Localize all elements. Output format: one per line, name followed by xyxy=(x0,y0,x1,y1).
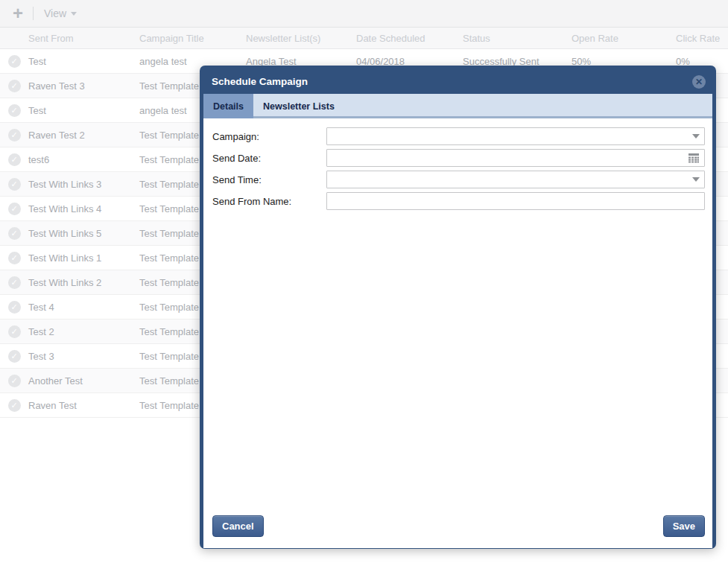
close-icon: ✕ xyxy=(695,77,703,86)
row-status-cell: ✓ xyxy=(0,129,27,142)
cell-sent-from: Test With Links 2 xyxy=(27,277,138,288)
column-header-open-rate[interactable]: Open Rate xyxy=(570,33,674,44)
cell-sent-from: Raven Test 3 xyxy=(27,80,138,92)
row-status-cell: ✓ xyxy=(0,375,27,387)
dialog-body: Campaign: Send Date: xyxy=(203,118,712,548)
check-circle-icon: ✓ xyxy=(8,375,21,387)
column-header-click-rate[interactable]: Click Rate xyxy=(674,33,728,44)
row-status-cell: ✓ xyxy=(0,301,27,314)
send-date-field[interactable] xyxy=(326,149,705,167)
tab-details-label: Details xyxy=(213,101,244,112)
toolbar: + View xyxy=(0,0,728,28)
cell-sent-from: Test With Links 1 xyxy=(27,252,138,264)
tab-newsletter-lists[interactable]: Newsletter Lists xyxy=(253,94,344,118)
cell-sent-from: Another Test xyxy=(27,375,138,387)
row-status-cell: ✓ xyxy=(0,227,27,240)
row-status-cell: ✓ xyxy=(0,178,27,191)
check-circle-icon: ✓ xyxy=(8,153,21,166)
send-date-input[interactable] xyxy=(332,150,683,166)
row-status-cell: ✓ xyxy=(0,276,27,289)
cell-sent-from: Test 2 xyxy=(27,326,138,337)
close-button[interactable]: ✕ xyxy=(692,75,706,89)
chevron-down-icon[interactable] xyxy=(692,134,700,139)
dialog-title: Schedule Campaign xyxy=(212,76,308,87)
check-circle-icon: ✓ xyxy=(8,350,21,363)
check-circle-icon: ✓ xyxy=(8,203,21,215)
chevron-down-icon[interactable] xyxy=(692,177,700,182)
tab-newsletter-lists-label: Newsletter Lists xyxy=(263,101,335,112)
check-circle-icon: ✓ xyxy=(8,227,21,240)
check-circle-icon: ✓ xyxy=(8,129,21,142)
send-from-name-label: Send From Name: xyxy=(212,196,326,207)
send-time-field-row: Send Time: xyxy=(212,171,705,188)
row-status-cell: ✓ xyxy=(0,350,27,363)
check-circle-icon: ✓ xyxy=(8,252,21,264)
column-header-date-scheduled[interactable]: Date Scheduled xyxy=(355,33,461,44)
row-status-cell: ✓ xyxy=(0,325,27,338)
check-circle-icon: ✓ xyxy=(8,104,21,117)
view-dropdown-label: View xyxy=(44,7,66,19)
campaign-field-row: Campaign: xyxy=(212,127,705,145)
send-date-field-row: Send Date: xyxy=(212,149,705,167)
send-time-label: Send Time: xyxy=(212,174,326,185)
cell-sent-from: Test With Links 5 xyxy=(27,228,138,239)
chevron-down-icon xyxy=(71,12,77,16)
send-time-select-input[interactable] xyxy=(332,171,688,188)
cell-sent-from: Test xyxy=(27,56,138,67)
add-icon[interactable]: + xyxy=(9,6,27,21)
campaign-label: Campaign: xyxy=(212,131,326,142)
row-status-cell: ✓ xyxy=(0,399,27,412)
campaign-select-input[interactable] xyxy=(332,128,688,144)
check-circle-icon: ✓ xyxy=(8,80,21,92)
save-button[interactable]: Save xyxy=(663,515,705,537)
view-dropdown[interactable]: View xyxy=(44,7,77,19)
send-from-name-input[interactable] xyxy=(332,193,700,209)
cell-sent-from: Test With Links 3 xyxy=(27,179,138,190)
cell-sent-from: Test 3 xyxy=(27,351,138,362)
dialog-titlebar: Schedule Campaign ✕ xyxy=(203,69,712,94)
row-status-cell: ✓ xyxy=(0,80,27,92)
row-status-cell: ✓ xyxy=(0,252,27,264)
send-date-label: Send Date: xyxy=(212,153,326,164)
cell-sent-from: Test xyxy=(27,105,138,116)
row-status-cell: ✓ xyxy=(0,104,27,117)
send-from-name-field[interactable] xyxy=(326,192,705,210)
dialog-footer: Cancel Save xyxy=(212,515,705,537)
toolbar-divider xyxy=(33,7,34,20)
column-header-newsletter-lists[interactable]: Newsletter List(s) xyxy=(244,33,355,44)
check-circle-icon: ✓ xyxy=(8,399,21,412)
cell-sent-from: test6 xyxy=(27,154,138,165)
row-status-cell: ✓ xyxy=(0,153,27,166)
check-circle-icon: ✓ xyxy=(8,301,21,314)
send-time-select[interactable] xyxy=(326,171,705,188)
cancel-button[interactable]: Cancel xyxy=(212,515,264,537)
tab-details[interactable]: Details xyxy=(203,94,253,118)
row-status-cell: ✓ xyxy=(0,55,27,68)
schedule-campaign-dialog: Schedule Campaign ✕ Details Newsletter L… xyxy=(200,66,716,549)
check-circle-icon: ✓ xyxy=(8,276,21,289)
send-from-name-field-row: Send From Name: xyxy=(212,192,705,210)
dialog-tab-strip: Details Newsletter Lists xyxy=(203,94,712,118)
column-header-campaign-title[interactable]: Campaign Title xyxy=(138,33,244,44)
cell-sent-from: Raven Test 2 xyxy=(27,130,138,141)
check-circle-icon: ✓ xyxy=(8,55,21,68)
table-header: Sent From Campaign Title Newsletter List… xyxy=(0,28,728,49)
cell-sent-from: Test With Links 4 xyxy=(27,203,138,214)
column-header-status[interactable]: Status xyxy=(461,33,570,44)
column-header-sent-from[interactable]: Sent From xyxy=(27,33,138,44)
cell-sent-from: Raven Test xyxy=(27,400,138,411)
campaign-select[interactable] xyxy=(326,127,705,145)
check-circle-icon: ✓ xyxy=(8,325,21,338)
cell-sent-from: Test 4 xyxy=(27,302,138,313)
calendar-icon[interactable] xyxy=(688,153,700,163)
check-circle-icon: ✓ xyxy=(8,178,21,191)
row-status-cell: ✓ xyxy=(0,203,27,215)
